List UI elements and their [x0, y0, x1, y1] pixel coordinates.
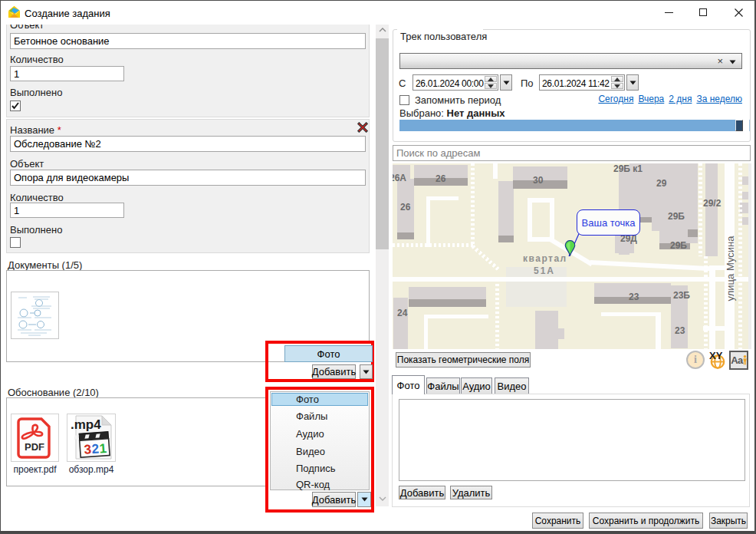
svg-text:3: 3	[84, 442, 92, 457]
svg-text:.mp4: .mp4	[71, 417, 101, 432]
svg-text:2: 2	[91, 441, 100, 457]
svg-text:XY: XY	[709, 352, 723, 361]
svg-text:1: 1	[99, 441, 107, 457]
svg-text:PDF: PDF	[25, 441, 44, 453]
